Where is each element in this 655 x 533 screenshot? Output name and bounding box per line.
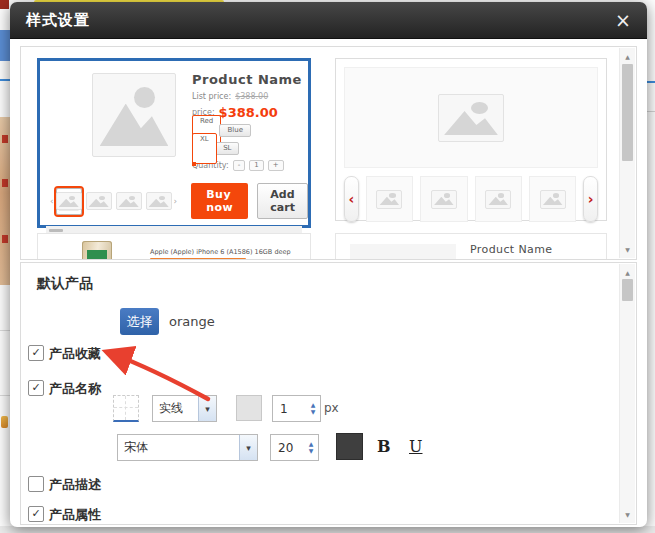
checkbox-product-name[interactable]: ✓ xyxy=(28,380,44,396)
stepper-down-icon[interactable]: ▼ xyxy=(309,448,314,454)
preview-product-name: Product Name xyxy=(192,73,302,86)
border-color-swatch[interactable] xyxy=(236,395,262,421)
product-info-preview: Product Name List price: $388.00 price: … xyxy=(192,73,302,176)
template-gallery-panel: Product Name List price: $388.00 price: … xyxy=(20,46,637,260)
background-red-corner xyxy=(0,0,9,9)
check-icon: ✓ xyxy=(31,507,40,520)
check-icon: ✓ xyxy=(31,381,40,394)
background-small-icon xyxy=(1,416,8,428)
color-option-blue: Blue xyxy=(219,124,251,137)
border-width-stepper[interactable]: 1 ▲ ▼ xyxy=(272,395,321,422)
size-option-sl: SL xyxy=(215,142,239,155)
product-name-label: 产品名称 xyxy=(49,380,101,398)
font-color-swatch[interactable] xyxy=(336,433,363,460)
check-icon: ✓ xyxy=(31,346,40,359)
carousel-thumb xyxy=(420,176,467,222)
size-option-xl: XL xyxy=(192,133,217,164)
buy-now-button: Buy now xyxy=(191,183,248,219)
carousel-thumb xyxy=(366,176,413,222)
font-family-value: 宋体 xyxy=(118,435,239,460)
carousel-thumb xyxy=(529,176,576,222)
preview-product-name: Product Name xyxy=(470,243,553,256)
chevron-right-icon: › xyxy=(172,196,180,206)
preview-list-price: List price: $388.00 xyxy=(470,259,545,260)
bold-button[interactable]: B xyxy=(377,437,391,456)
product-description-label: 产品描述 xyxy=(49,476,101,494)
background-divider xyxy=(0,395,10,396)
template-card-carousel[interactable]: ‹ › xyxy=(335,58,607,221)
template-card-selected[interactable]: Product Name List price: $388.00 price: … xyxy=(37,58,311,228)
background-blue-line-right xyxy=(646,81,655,83)
template-card-list[interactable]: Apple (Apple) iPhone 6 (A1586) 16GB deep xyxy=(37,233,311,260)
select-product-button[interactable]: 选择 xyxy=(120,308,159,335)
dialog-header: 样式设置 × xyxy=(10,2,647,39)
scrollbar-thumb[interactable] xyxy=(622,279,633,301)
gallery-scrollbar[interactable]: ▲ ▼ xyxy=(619,48,635,258)
carousel-thumb xyxy=(475,176,522,222)
select-arrow-icon: ▾ xyxy=(239,435,257,460)
select-arrow-icon: ▾ xyxy=(198,396,216,421)
product-attributes-label: 产品属性 xyxy=(49,506,101,524)
image-placeholder-icon xyxy=(438,94,504,142)
chevron-left-icon: ‹ xyxy=(344,176,359,222)
checkbox-product-attributes[interactable]: ✓ xyxy=(28,506,44,522)
font-size-stepper[interactable]: 20 ▲ ▼ xyxy=(270,434,319,461)
close-icon[interactable]: × xyxy=(615,11,631,30)
selected-product-name: orange xyxy=(169,314,215,329)
background-gray-line-right xyxy=(646,111,655,112)
border-width-value: 1 xyxy=(273,396,306,421)
border-style-value: 实线 xyxy=(153,396,198,421)
quantity-value: 1 xyxy=(249,160,263,171)
screen: 样式设置 × Product Name List price: $388.00 … xyxy=(0,0,655,533)
preview-thumbnails-row: ‹ › Buy now Add cart xyxy=(48,183,302,219)
stepper-down-icon[interactable]: ▼ xyxy=(311,409,316,415)
thumbnail-icon xyxy=(56,192,82,210)
list-price-value: $388.00 xyxy=(235,93,268,101)
template-card-detail[interactable]: Product Name List price: $388.00 xyxy=(335,233,607,260)
border-position-picker[interactable] xyxy=(113,395,139,422)
scrollbar-thumb[interactable] xyxy=(622,64,633,161)
iphone-product-image xyxy=(82,241,112,260)
background-divider xyxy=(0,330,10,331)
scroll-down-icon[interactable]: ▼ xyxy=(620,243,635,256)
border-style-select[interactable]: 实线 ▾ xyxy=(152,395,217,422)
checkbox-product-favorite[interactable]: ✓ xyxy=(28,345,44,361)
image-placeholder-icon xyxy=(92,73,176,157)
border-width-unit: px xyxy=(324,401,339,415)
background-blue-line-left xyxy=(0,79,10,81)
settings-scrollbar[interactable]: ▲ ▼ xyxy=(619,264,635,523)
font-family-select[interactable]: 宋体 ▾ xyxy=(117,434,258,461)
background-blue-element xyxy=(0,30,10,61)
scroll-up-icon[interactable]: ▲ xyxy=(620,50,635,63)
thumbnail-icon xyxy=(116,192,142,210)
settings-panel: 默认产品 选择 orange ✓ 产品收藏 ✓ 产品名称 实线 ▾ xyxy=(20,262,637,525)
checkbox-product-description[interactable]: ✓ xyxy=(28,476,44,492)
preview-product-title: Apple (Apple) iPhone 6 (A1586) 16GB deep xyxy=(150,248,291,256)
dialog-title: 样式设置 xyxy=(26,11,90,30)
image-placeholder xyxy=(350,244,456,260)
quantity-minus: - xyxy=(233,160,246,171)
product-favorite-label: 产品收藏 xyxy=(49,345,101,363)
preview-image-area xyxy=(344,67,598,168)
price-value: $388.00 xyxy=(219,106,278,119)
chevron-left-icon: ‹ xyxy=(48,196,56,206)
add-cart-button: Add cart xyxy=(257,183,308,219)
template-preview-top: Product Name List price: $388.00 price: … xyxy=(92,73,302,176)
quantity-plus: + xyxy=(268,160,284,171)
preview-price-line xyxy=(150,258,246,260)
background-bottom-strip xyxy=(0,526,655,533)
style-settings-dialog: 样式设置 × Product Name List price: $388.00 … xyxy=(10,2,647,527)
preview-carousel: ‹ › xyxy=(344,176,598,222)
scroll-up-icon[interactable]: ▲ xyxy=(620,266,635,279)
scroll-down-icon[interactable]: ▼ xyxy=(620,508,635,521)
thumbnail-icon xyxy=(86,192,112,210)
chevron-right-icon: › xyxy=(583,176,598,222)
underline-button[interactable]: U xyxy=(409,437,422,456)
list-price-label: List price: xyxy=(192,93,231,101)
font-size-value: 20 xyxy=(271,435,304,460)
thumbnail-icon xyxy=(146,192,172,210)
default-product-label: 默认产品 xyxy=(37,275,93,293)
